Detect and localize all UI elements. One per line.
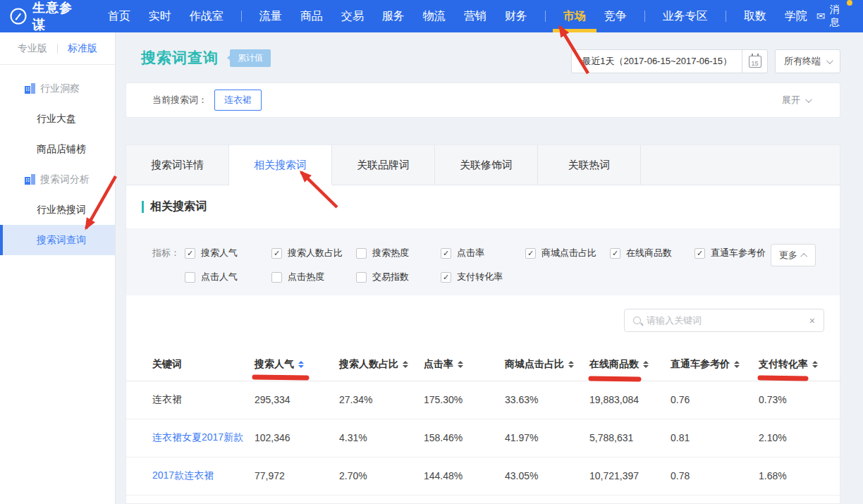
nav-item-business-zone[interactable]: 业务专区 (654, 0, 717, 32)
nav-item-war-room[interactable]: 作战室 (180, 0, 233, 32)
section-header: 相关搜索词 (126, 185, 840, 228)
calendar-icon: 15 (749, 56, 761, 68)
sort-icon[interactable] (298, 361, 304, 368)
nav-item-academy[interactable]: 学院 (776, 0, 816, 32)
tab-related-search-words[interactable]: 相关搜索词 (229, 145, 332, 185)
chevron-down-icon (805, 96, 812, 103)
sidebar-item-industry-hot-words[interactable]: 行业热搜词 (0, 195, 115, 225)
date-range-picker[interactable]: 最近1天（2017-06-15~2017-06-15） (571, 49, 742, 73)
tab-related-brand-words[interactable]: 关联品牌词 (332, 145, 435, 185)
indicator-checkbox-click-heat[interactable]: 点击热度 (271, 271, 356, 283)
mail-icon: ✉ (816, 10, 826, 23)
tab-related-hot-words[interactable]: 关联热词 (538, 145, 641, 185)
indicator-checkbox-trade-index[interactable]: 交易指数 (356, 271, 441, 283)
col-header-payment-conversion[interactable]: 支付转化率 (759, 348, 841, 381)
checkbox-icon: ✓ (271, 248, 282, 259)
indicator-checkbox-search-heat[interactable]: 搜索热度 (356, 247, 441, 259)
keyword-search-input[interactable] (647, 315, 809, 326)
indicator-checkbox-online-products[interactable]: ✓ 在线商品数 (610, 247, 694, 259)
col-header-click-rate[interactable]: 点击率 (424, 348, 505, 381)
indicator-checkbox-searcher-ratio[interactable]: ✓ 搜索人数占比 (271, 247, 356, 259)
keyword-link[interactable]: 连衣裙女夏2017新款 (126, 419, 255, 457)
table-header-row: 关键词 搜索人气 搜索人数占比 点击率 (126, 348, 841, 381)
indicator-checkbox-search-popularity[interactable]: ✓ 搜索人气 (185, 247, 271, 259)
sidebar-item-search-word-query[interactable]: 搜索词查询 (0, 225, 115, 255)
current-search-word-label: 当前搜索词： (152, 94, 207, 106)
nav-item-home[interactable]: 首页 (99, 0, 140, 32)
keyword-link[interactable]: 2017款连衣裙 (126, 457, 255, 495)
keyword-search-box: × (624, 309, 824, 332)
checkbox-icon: ✓ (441, 272, 451, 283)
tab-search-word-detail[interactable]: 搜索词详情 (126, 145, 229, 185)
checkbox-icon (356, 272, 367, 283)
expand-button[interactable]: 展开 (782, 94, 810, 106)
nav-item-data-extract[interactable]: 取数 (735, 0, 776, 32)
nav-item-finance[interactable]: 财务 (496, 0, 537, 32)
nav-divider (644, 11, 645, 22)
brand-name: 生意参谋 (32, 0, 79, 33)
indicator-checkbox-click-popularity[interactable]: 点击人气 (185, 271, 271, 283)
sort-icon[interactable] (458, 361, 463, 368)
calendar-button[interactable]: 15 (742, 49, 768, 73)
sort-icon[interactable] (403, 361, 408, 368)
checkbox-icon: ✓ (694, 248, 705, 259)
nav-item-trade[interactable]: 交易 (332, 0, 373, 32)
col-header-online-products[interactable]: 在线商品数 (589, 348, 671, 381)
brand[interactable]: 生意参谋 (10, 0, 79, 33)
nav-item-market[interactable]: 市场 (554, 0, 595, 32)
indicator-row-2: 点击人气 点击热度 交易指数 ✓ 支付转化率 (152, 268, 840, 286)
col-header-search-popularity[interactable]: 搜索人气 (255, 348, 339, 381)
terminal-select[interactable]: 所有终端 (775, 49, 840, 73)
tab-pro-version[interactable]: 专业版 (18, 42, 47, 55)
sort-icon[interactable] (643, 361, 649, 368)
table-row: 连衣裙女夏2017新款 102,346 4.31% 158.46% 41.97%… (126, 419, 841, 457)
sidebar-item-product-shop-ranking[interactable]: 商品店铺榜 (0, 134, 115, 164)
sidebar-menu: 行业洞察 行业大盘 商品店铺榜 搜索词分析 行业热搜词 (0, 65, 115, 255)
nav-item-product[interactable]: 商品 (291, 0, 332, 32)
nav-item-traffic[interactable]: 流量 (250, 0, 291, 32)
sidebar-group-industry-insight[interactable]: 行业洞察 (0, 73, 115, 104)
page-title: 搜索词查询 (141, 48, 219, 68)
col-header-ztc-reference-price[interactable]: 直通车参考价 (671, 348, 759, 381)
checkbox-icon (271, 272, 282, 283)
nav-divider (241, 11, 242, 22)
checkbox-icon: ✓ (525, 248, 536, 259)
checkbox-icon (356, 248, 367, 259)
message-button[interactable]: ✉ 消息 (816, 4, 846, 29)
nav-divider (726, 11, 726, 22)
nav-item-service[interactable]: 服务 (373, 0, 414, 32)
tab-standard-version[interactable]: 标准版 (68, 42, 97, 55)
sort-icon[interactable] (812, 361, 818, 368)
sycm-logo-icon (10, 8, 27, 25)
indicator-row-1: 指标： ✓ 搜索人气 ✓ 搜索人数占比 搜索热度 ✓ 点击率 (152, 244, 840, 262)
nav-item-marketing[interactable]: 营销 (455, 0, 496, 32)
col-header-mall-click-ratio[interactable]: 商城点击占比 (505, 348, 589, 381)
tab-related-modifier-words[interactable]: 关联修饰词 (435, 145, 538, 185)
nav-divider (545, 11, 546, 22)
nav-item-competition[interactable]: 竞争 (595, 0, 636, 32)
sort-icon[interactable] (568, 361, 574, 368)
content-panel: 搜索词详情 相关搜索词 关联品牌词 关联修饰词 关联热词 相关搜索词 指标： ✓… (126, 145, 840, 504)
clear-icon[interactable]: × (809, 315, 815, 326)
sidebar-group-search-word-analysis[interactable]: 搜索词分析 (0, 164, 115, 195)
search-icon (633, 316, 641, 324)
cumulative-value-badge: 累计值 (230, 49, 271, 67)
indicator-checkbox-ztc-reference-price[interactable]: ✓ 直通车参考价 (694, 247, 779, 259)
indicator-checkbox-click-rate[interactable]: ✓ 点击率 (441, 247, 525, 259)
version-tabs: 专业版 标准版 (0, 32, 115, 65)
sidebar-item-industry-overview[interactable]: 行业大盘 (0, 104, 115, 134)
more-button[interactable]: 更多 (771, 244, 816, 266)
nav-item-logistics[interactable]: 物流 (414, 0, 455, 32)
indicator-checkbox-mall-click-ratio[interactable]: ✓ 商城点击占比 (525, 247, 610, 259)
notification-dot (847, 0, 852, 6)
primary-nav: 首页 实时 作战室 流量 商品 交易 服务 物流 营销 财务 市场 竞争 业务专… (99, 0, 816, 32)
indicator-checkbox-payment-conversion[interactable]: ✓ 支付转化率 (441, 271, 525, 283)
current-keyword-chip[interactable]: 连衣裙 (214, 90, 262, 111)
col-header-searcher-ratio[interactable]: 搜索人数占比 (339, 348, 424, 381)
nav-item-realtime[interactable]: 实时 (140, 0, 180, 32)
checkbox-icon: ✓ (441, 248, 451, 259)
sort-icon[interactable] (734, 361, 740, 368)
indicator-label: 指标： (152, 247, 185, 259)
version-tab-divider (57, 44, 58, 54)
page-header: 搜索词查询 累计值 (141, 48, 271, 68)
